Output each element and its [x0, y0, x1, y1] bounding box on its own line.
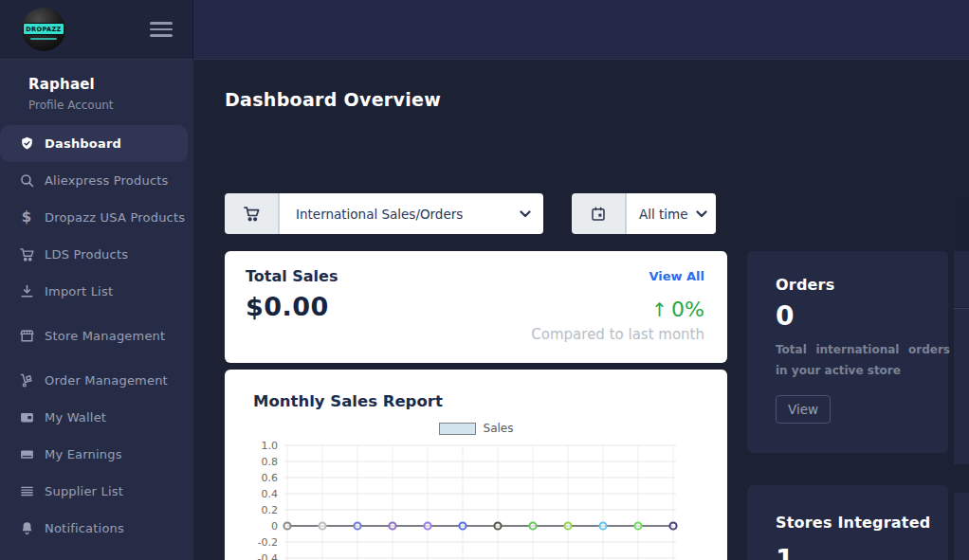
sidebar-item-label: Supplier List [45, 484, 123, 498]
svg-text:0.4: 0.4 [262, 488, 279, 500]
calendar-icon [572, 193, 627, 234]
shield-check-icon [18, 135, 35, 153]
wallet-icon [18, 409, 35, 426]
stores-count: 1 [776, 544, 948, 560]
svg-text:-0.4: -0.4 [258, 552, 278, 560]
view-all-link[interactable]: View All [649, 269, 704, 283]
orders-title: Orders [776, 276, 946, 294]
sidebar-item-cutoff[interactable] [0, 547, 193, 560]
search-icon [18, 172, 35, 190]
sidebar-item-dropazz-usa-products[interactable]: $ Dropazz USA Products [0, 199, 193, 236]
cutoff-card-fragment [954, 251, 969, 307]
sidebar-menu: Dashboard Aliexpress Products $ Dropazz … [0, 125, 193, 560]
up-arrow-icon: ↑ [651, 298, 667, 321]
sidebar-item-label: Dropazz USA Products [45, 210, 185, 225]
sidebar-item-label: Aliexpress Products [45, 173, 169, 188]
sidebar-item-dashboard[interactable]: Dashboard [0, 125, 188, 162]
time-range-select[interactable]: All time [627, 193, 716, 234]
sidebar-item-notifications[interactable]: Notifications [0, 510, 193, 547]
svg-text:0: 0 [271, 520, 278, 533]
sales-type-select[interactable]: International Sales/Orders [280, 193, 543, 234]
orders-card: Orders 0 Total international orders in y… [747, 251, 948, 453]
dolly-icon [18, 372, 35, 389]
page-title: Dashboard Overview [225, 89, 441, 110]
hamburger-menu-icon[interactable] [150, 22, 173, 37]
app-logo[interactable]: DROPAZZ [22, 8, 65, 51]
bell-icon [18, 520, 35, 537]
orders-view-button[interactable]: View [776, 395, 831, 424]
stores-title: Stores Integrated [776, 514, 948, 532]
logo-tagline [30, 38, 57, 40]
total-sales-amount: $0.00 [246, 292, 329, 321]
sidebar-header: DROPAZZ [0, 0, 193, 60]
topbar [193, 0, 969, 60]
sidebar-item-import-list[interactable]: Import List [0, 273, 193, 310]
sidebar-item-label: LDS Products [45, 247, 128, 262]
svg-text:-0.2: -0.2 [258, 536, 278, 549]
chart-title: Monthly Sales Report [253, 392, 443, 410]
profile-subtitle: Profile Account [28, 99, 165, 112]
sales-type-value: International Sales/Orders [296, 207, 463, 222]
cart-icon [225, 193, 280, 234]
svg-text:0.2: 0.2 [262, 504, 279, 516]
filters-row: International Sales/Orders All time [225, 193, 716, 234]
download-icon [18, 283, 35, 300]
orders-description: Total international orders in your activ… [776, 339, 950, 381]
sidebar-item-my-wallet[interactable]: My Wallet [0, 399, 193, 436]
profile-name: Raphael [28, 76, 165, 93]
sidebar-item-label: Dashboard [45, 136, 121, 151]
monthly-sales-card: 1.00.80.60.40.20-0.2-0.4 Monthly Sales R… [225, 370, 727, 560]
chart-legend: Sales [225, 422, 727, 435]
sidebar-item-label: Order Management [45, 373, 168, 388]
sales-change-percent: 0% [671, 298, 704, 321]
legend-label: Sales [484, 422, 514, 435]
cutoff-card-fragment [954, 309, 969, 464]
list-icon [18, 483, 35, 500]
total-sales-card: Total Sales View All $0.00 ↑ 0% Compared… [225, 251, 727, 363]
chevron-down-icon [520, 210, 531, 218]
dollar-icon: $ [18, 209, 35, 226]
store-icon [18, 328, 35, 345]
sidebar-item-supplier-list[interactable]: Supplier List [0, 473, 193, 510]
card-icon [18, 557, 35, 560]
compare-note: Compared to last month [246, 326, 704, 343]
total-sales-title: Total Sales [246, 267, 338, 285]
sidebar-item-label: Notifications [45, 521, 124, 535]
sidebar-item-aliexpress-products[interactable]: Aliexpress Products [0, 162, 193, 199]
time-range-filter: All time [572, 193, 716, 234]
sidebar-item-label: My Earnings [45, 447, 122, 461]
cutoff-card-fragment [954, 196, 969, 250]
profile-account[interactable]: Raphael Profile Account [0, 60, 193, 124]
sales-type-filter: International Sales/Orders [225, 193, 543, 234]
chevron-down-icon [696, 210, 707, 218]
sidebar-item-store-management[interactable]: Store Management [0, 317, 193, 354]
cutoff-card-fragment [954, 493, 969, 560]
sidebar-item-label: Import List [45, 284, 113, 298]
sidebar-item-my-earnings[interactable]: My Earnings [0, 436, 193, 473]
sidebar: DROPAZZ Raphael Profile Account Dashboar… [0, 0, 193, 560]
sidebar-item-label: My Wallet [45, 410, 106, 425]
sidebar-item-lds-products[interactable]: LDS Products [0, 236, 193, 273]
legend-swatch [439, 423, 476, 435]
stores-integrated-card: Stores Integrated 1 [747, 485, 948, 560]
time-range-value: All time [639, 207, 688, 222]
shopping-cart-icon [18, 246, 35, 263]
svg-text:0.8: 0.8 [262, 456, 279, 468]
logo-text: DROPAZZ [23, 23, 64, 35]
svg-text:1.0: 1.0 [262, 440, 279, 452]
money-icon [18, 446, 35, 463]
orders-count: 0 [776, 300, 946, 332]
sidebar-item-label: Store Management [45, 329, 165, 343]
sales-change: ↑ 0% [651, 298, 704, 321]
svg-text:0.6: 0.6 [262, 472, 279, 484]
sidebar-item-order-management[interactable]: Order Management [0, 362, 193, 399]
